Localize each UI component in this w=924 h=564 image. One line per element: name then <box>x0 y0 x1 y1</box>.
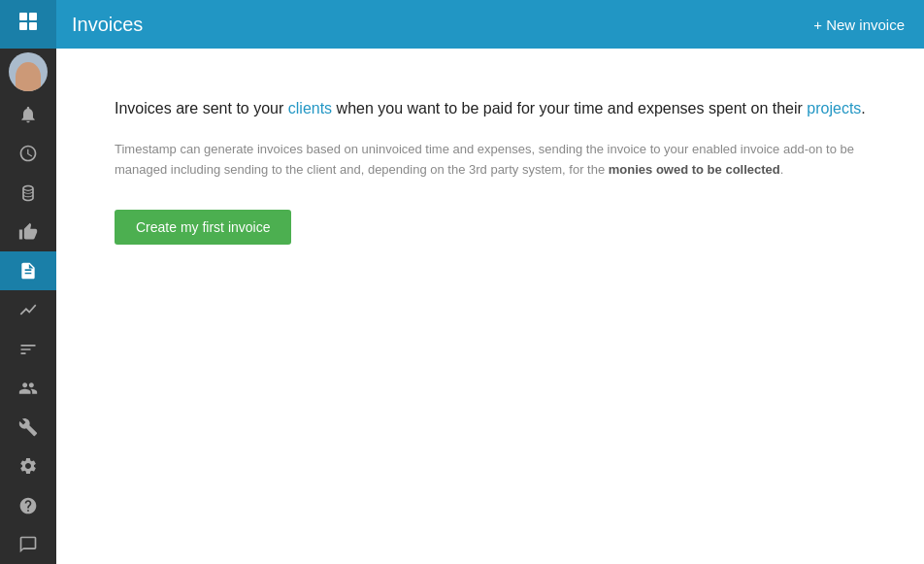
body-text: Timestamp can generate invoices based on… <box>115 140 866 181</box>
sidebar-item-avatar[interactable] <box>0 49 56 95</box>
svg-rect-2 <box>19 22 27 30</box>
heading-prefix: Invoices are sent to your <box>115 100 288 116</box>
svg-rect-1 <box>29 13 37 20</box>
main-layout: Invoices are sent to your clients when y… <box>0 49 924 564</box>
header-left: Invoices <box>0 0 143 49</box>
sidebar-item-time[interactable] <box>0 134 56 173</box>
bell-icon <box>18 105 38 124</box>
projects-link[interactable]: projects <box>807 100 861 116</box>
body-text-part2: . <box>780 162 784 177</box>
invoice-icon <box>18 261 38 281</box>
sidebar <box>0 49 56 564</box>
clients-link[interactable]: clients <box>288 100 332 116</box>
new-invoice-button[interactable]: + New invoice <box>813 17 905 33</box>
thumb-up-icon <box>18 222 38 242</box>
tools-icon <box>18 417 38 437</box>
sidebar-item-reports[interactable] <box>0 329 56 368</box>
app-header: Invoices + New invoice <box>0 0 924 49</box>
chat-icon <box>18 535 38 554</box>
heading-suffix: . <box>861 100 865 116</box>
svg-rect-0 <box>19 13 27 20</box>
sidebar-item-invoices[interactable] <box>0 251 56 290</box>
body-bold: monies owed to be collected <box>609 162 780 177</box>
filter-icon <box>18 340 38 359</box>
intro-heading: Invoices are sent to your clients when y… <box>115 97 866 120</box>
sidebar-item-analytics[interactable] <box>0 290 56 329</box>
sidebar-item-people[interactable] <box>0 369 56 408</box>
app-logo <box>0 0 56 49</box>
main-content: Invoices are sent to your clients when y… <box>56 49 924 564</box>
settings-icon <box>18 456 38 476</box>
sidebar-item-settings[interactable] <box>0 447 56 485</box>
clock-icon <box>18 144 38 163</box>
sidebar-item-integrations[interactable] <box>0 408 56 447</box>
analytics-icon <box>18 300 38 319</box>
people-icon <box>18 379 38 398</box>
help-icon <box>18 496 38 515</box>
logo-icon <box>16 10 40 39</box>
svg-rect-3 <box>29 22 37 30</box>
sidebar-item-database[interactable] <box>0 173 56 212</box>
sidebar-item-help[interactable] <box>0 485 56 524</box>
heading-middle: when you want to be paid for your time a… <box>332 100 807 116</box>
database-icon <box>18 183 38 203</box>
sidebar-item-chat[interactable] <box>0 525 56 564</box>
sidebar-item-notifications[interactable] <box>0 95 56 134</box>
create-first-invoice-button[interactable]: Create my first invoice <box>115 210 291 245</box>
page-title: Invoices <box>72 14 143 36</box>
avatar <box>9 52 48 91</box>
sidebar-item-approvals[interactable] <box>0 213 56 251</box>
